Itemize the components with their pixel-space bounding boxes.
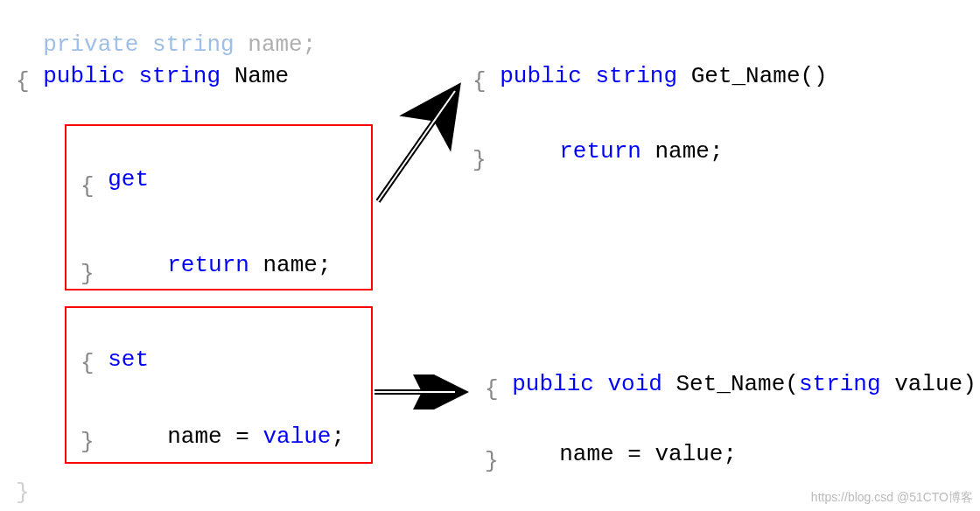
svg-line-2 <box>378 91 455 201</box>
public-keyword: public <box>43 63 125 89</box>
right-setter-assign: name = value; <box>532 415 737 467</box>
right-getter-open-brace: { <box>472 68 486 94</box>
watermark: https://blog.csd @51CTO博客 <box>811 490 973 506</box>
right-getter-return: return name; <box>532 112 723 164</box>
arrow-get <box>368 79 472 219</box>
right-getter-decl: public string Get_Name() <box>472 37 828 89</box>
left-open-brace: { <box>16 68 30 94</box>
property-name: Name <box>234 63 289 89</box>
semicolon: ; <box>303 32 317 58</box>
string-keyword: string <box>138 63 220 89</box>
left-close-brace: } <box>16 480 30 506</box>
arrow-set <box>368 374 472 410</box>
right-getter-close-brace: } <box>472 147 486 173</box>
set-box <box>65 306 373 464</box>
left-property-declaration: public string Name <box>16 37 289 89</box>
get-box <box>65 124 373 290</box>
right-setter-close-brace: } <box>485 448 499 474</box>
right-setter-open-brace: { <box>485 376 499 402</box>
svg-line-1 <box>378 98 455 208</box>
right-setter-decl: public void Set_Name(string value) <box>485 345 976 397</box>
